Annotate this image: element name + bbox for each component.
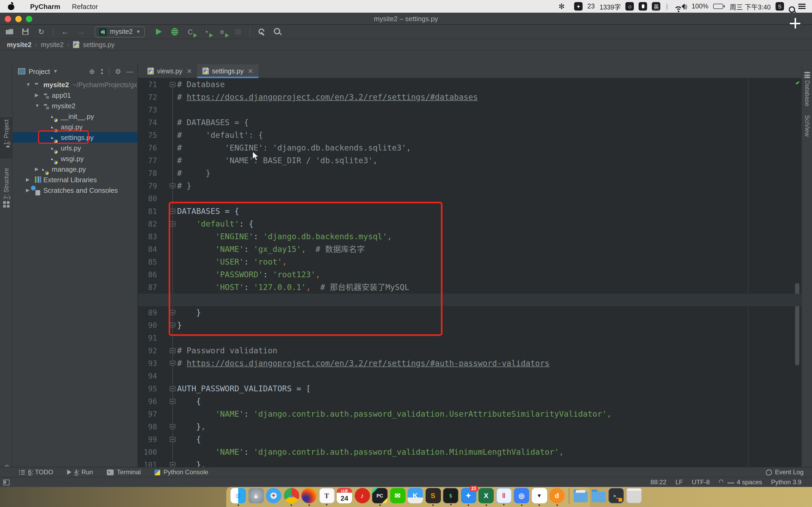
tree-expand-arrow[interactable]: ▼: [26, 82, 31, 87]
tool-stripe-structure[interactable]: 7: Structure: [0, 166, 13, 212]
netease-music-icon[interactable]: ♪: [354, 488, 370, 503]
apple-menu-icon[interactable]: [7, 3, 15, 10]
run-button[interactable]: [153, 26, 164, 37]
tv-app-icon[interactable]: d: [549, 488, 565, 503]
tree-item-app01[interactable]: ▶app01: [13, 90, 138, 100]
tab-views.py[interactable]: views.py✕: [142, 64, 197, 78]
menubar-app-name[interactable]: PyCharm: [24, 0, 66, 13]
fold-marker[interactable]: −: [170, 386, 175, 391]
launchpad-icon[interactable]: ▲: [248, 488, 263, 503]
keynote-icon[interactable]: K: [408, 488, 423, 503]
inspections-ok-icon[interactable]: ✔✔: [796, 79, 798, 86]
interpreter[interactable]: Python 3.9: [771, 478, 801, 486]
folder-windows-icon[interactable]: [591, 488, 606, 503]
chrome-icon[interactable]: ●: [284, 488, 299, 503]
trash-icon[interactable]: [626, 488, 642, 503]
encoding[interactable]: UTF-8: [692, 478, 710, 486]
word-count[interactable]: 1339字: [600, 1, 621, 11]
tool-stripe-project[interactable]: 1: Project: [0, 117, 13, 158]
excel-icon[interactable]: X: [478, 488, 494, 503]
sync-icon[interactable]: ↻: [36, 26, 47, 37]
fan-icon[interactable]: ✻: [559, 2, 565, 11]
fold-marker[interactable]: −: [170, 462, 175, 467]
parallels-desktop-icon[interactable]: ‖: [496, 488, 511, 503]
breadcrumb-item-settings.py[interactable]: settings.py: [83, 41, 115, 48]
battery-percent[interactable]: 100%: [692, 3, 708, 10]
close-icon[interactable]: ✕: [248, 67, 253, 75]
breadcrumb-item-mysite2[interactable]: mysite2: [41, 41, 63, 48]
close-window-button[interactable]: [5, 15, 11, 22]
boss-zhipin-icon[interactable]: ▼: [531, 488, 547, 503]
fold-marker[interactable]: −: [170, 183, 175, 188]
code-editor[interactable]: 71−# Database72# https://docs.djangoproj…: [138, 78, 801, 470]
tree-item-__init__py[interactable]: __init__.py: [13, 111, 138, 121]
fold-marker[interactable]: −: [170, 399, 175, 404]
folder-documents-icon[interactable]: [573, 488, 589, 503]
notification-count[interactable]: 23: [587, 3, 595, 10]
fold-marker[interactable]: −: [170, 361, 175, 366]
finder-icon[interactable]: ☺: [231, 488, 246, 503]
hide-panel-icon[interactable]: —: [126, 67, 133, 75]
tree-item-urlspy[interactable]: urls.py: [13, 143, 138, 153]
mic-icon[interactable]: [639, 2, 647, 11]
close-icon[interactable]: ✕: [187, 67, 192, 75]
tree-collapse-arrow[interactable]: ▶: [35, 166, 39, 172]
window-titlebar[interactable]: mysite2 – settings.py: [0, 13, 812, 25]
toolwindow-button-terminal[interactable]: >_Terminal: [107, 468, 141, 476]
tab-settings.py[interactable]: settings.py✕: [197, 64, 258, 78]
wrench-icon[interactable]: [256, 26, 267, 37]
line-ending[interactable]: LF: [675, 478, 683, 486]
save-all-icon[interactable]: [20, 26, 31, 37]
control-center-icon[interactable]: [798, 4, 806, 9]
battery-icon[interactable]: [713, 4, 725, 9]
fold-marker[interactable]: −: [170, 348, 175, 353]
tree-expand-arrow[interactable]: ▼: [35, 103, 40, 108]
tool-stripe-database[interactable]: Database: [802, 70, 812, 106]
fold-marker[interactable]: −: [170, 424, 175, 429]
run-with-coverage-button[interactable]: C: [185, 26, 196, 37]
rings-app-icon[interactable]: ◎: [514, 488, 529, 503]
fold-marker[interactable]: −: [170, 82, 175, 87]
tree-collapse-arrow[interactable]: ▶: [26, 187, 30, 193]
toolwindow-button-run[interactable]: 4: Run: [67, 468, 93, 476]
tree-item-ScratchesandConsoles[interactable]: ▶Scratches and Consoles: [13, 185, 138, 195]
console-window-icon[interactable]: >_: [608, 488, 624, 503]
wechat-icon[interactable]: ✉: [390, 488, 405, 503]
back-icon[interactable]: ←: [60, 26, 70, 37]
fold-marker[interactable]: −: [170, 437, 175, 442]
tree-item-ExternalLibraries[interactable]: ▶External Libraries: [13, 174, 138, 185]
tool-stripe-sciview[interactable]: SciView: [802, 111, 812, 136]
debug-button[interactable]: [169, 26, 180, 37]
tree-item-managepy[interactable]: ▶manage.py: [13, 164, 138, 174]
tree-item-mysite2[interactable]: ▼mysite2~/PycharmProjects/gx: [13, 79, 138, 90]
dingtalk-status-icon[interactable]: ✦: [574, 2, 582, 11]
caret-position[interactable]: 88:22: [651, 478, 666, 486]
open-file-icon[interactable]: [4, 26, 15, 37]
toolwindow-button-pythonconsole[interactable]: Python Console: [155, 468, 208, 476]
collapse-all-icon[interactable]: ▼▲: [100, 69, 104, 74]
tree-item-wsgipy[interactable]: wsgi.py: [13, 153, 138, 164]
tree-item-mysite2[interactable]: ▼mysite2: [13, 100, 138, 111]
run-configuration-select[interactable]: dj mysite2 ▼: [95, 26, 145, 37]
menu-item-refactor[interactable]: Refactor: [66, 0, 105, 13]
input-method-icon[interactable]: 英: [652, 2, 661, 11]
toolwindow-button-todo[interactable]: 6: TODO: [19, 468, 53, 476]
pycharm-icon[interactable]: PC: [372, 488, 388, 503]
safari-icon[interactable]: ✦: [266, 488, 281, 503]
tree-collapse-arrow[interactable]: ▶: [26, 177, 30, 182]
minimize-window-button[interactable]: [15, 15, 22, 22]
firefox-icon[interactable]: [301, 488, 317, 503]
forward-icon[interactable]: →: [75, 26, 86, 37]
gear-icon[interactable]: ⚙: [115, 67, 121, 75]
breadcrumb-item-mysite2[interactable]: mysite2: [7, 41, 32, 48]
smiley-icon[interactable]: ☺: [626, 2, 634, 11]
dingtalk-icon[interactable]: ✦23: [461, 488, 476, 503]
terminal-icon[interactable]: $: [443, 488, 458, 503]
s-app-icon[interactable]: S: [775, 2, 784, 11]
profiler-button[interactable]: ◔: [201, 26, 211, 37]
menubar-clock[interactable]: 周三 下午3:40: [729, 1, 771, 11]
typora-icon[interactable]: T: [319, 488, 335, 503]
calendar-icon[interactable]: 11月24: [337, 488, 352, 503]
sublime-text-icon[interactable]: S: [425, 488, 441, 503]
indent-setting[interactable]: 4 spaces: [737, 478, 762, 486]
